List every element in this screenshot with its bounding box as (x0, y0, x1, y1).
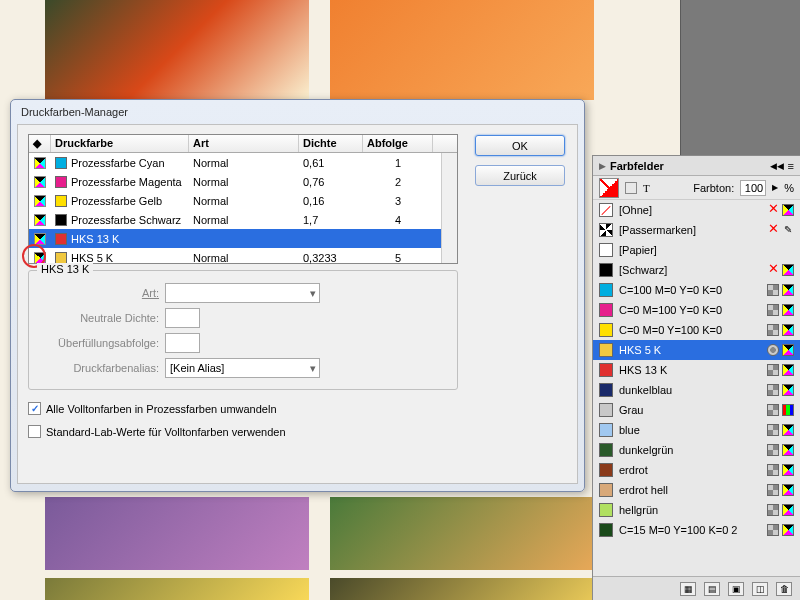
swatch-row[interactable]: erdrot hell (593, 480, 800, 500)
ink-density: 1,7 (299, 212, 363, 228)
swatch-name: erdrot (619, 464, 761, 476)
ink-order: 2 (363, 174, 433, 190)
cmyk-icon (782, 264, 794, 276)
swatch-name: [Papier] (619, 244, 788, 256)
swatch-color (599, 523, 613, 537)
ink-type-icon (34, 252, 46, 264)
swatch-row[interactable]: C=15 M=0 Y=100 K=0 2 (593, 520, 800, 540)
show-grid-icon[interactable]: ▤ (704, 582, 720, 596)
swatch-row[interactable]: [Ohne]✕ (593, 200, 800, 220)
lab-values-checkbox-row[interactable]: Standard-Lab-Werte für Volltonfarben ver… (28, 425, 286, 438)
swatch-row[interactable]: hellgrün (593, 500, 800, 520)
ink-detail-group: HKS 13 K Art: Neutrale Dichte: Überfüllu… (28, 270, 458, 390)
col-ink[interactable]: Druckfarbe (51, 135, 189, 152)
table-row[interactable]: HKS 13 K (29, 229, 457, 248)
type-combo[interactable] (165, 283, 320, 303)
delete-swatch-icon[interactable]: 🗑 (776, 582, 792, 596)
swatch-icons (767, 424, 794, 436)
bg-image (45, 578, 309, 600)
ink-density: 0,76 (299, 174, 363, 190)
panel-toolbar: T Farbton: ▶ % (593, 176, 800, 200)
swatch-color (599, 483, 613, 497)
swatch-name: C=0 M=0 Y=100 K=0 (619, 324, 761, 336)
panel-collapse-icon[interactable]: ◀◀ (770, 161, 784, 171)
col-order[interactable]: Abfolge (363, 135, 433, 152)
global-icon (767, 384, 779, 396)
cancel-button[interactable]: Zurück (475, 165, 565, 186)
lock-icon: ✎ (782, 224, 794, 236)
ink-type-icon (34, 176, 46, 188)
swatch-row[interactable]: dunkelgrün (593, 440, 800, 460)
ink-density: 0,61 (299, 155, 363, 171)
swatch-name: hellgrün (619, 504, 761, 516)
ink-type: Normal (189, 193, 299, 209)
cmyk-icon (782, 484, 794, 496)
ink-name: Prozessfarbe Schwarz (71, 214, 181, 226)
swatch-row[interactable]: HKS 5 K (593, 340, 800, 360)
swatch-icons: ✕ (767, 204, 794, 216)
col-density[interactable]: Dichte (299, 135, 363, 152)
swatch-icons (767, 344, 794, 356)
swatch-icons (767, 524, 794, 536)
swatch-row[interactable]: C=0 M=100 Y=0 K=0 (593, 300, 800, 320)
panel-menu-icon[interactable]: ≡ (788, 160, 794, 172)
collapse-icon[interactable]: ▶ (599, 161, 606, 171)
tone-arrow-icon[interactable]: ▶ (772, 183, 778, 192)
swatch-row[interactable]: [Passermarken]✕✎ (593, 220, 800, 240)
ink-type: Normal (189, 174, 299, 190)
ok-button[interactable]: OK (475, 135, 565, 156)
top-gray-panel (680, 0, 800, 155)
ink-order: 5 (363, 250, 433, 266)
alias-combo[interactable]: [Kein Alias] (165, 358, 320, 378)
fill-stroke-swatch[interactable] (599, 178, 619, 198)
swatch-icons: ✕ (767, 264, 794, 276)
global-icon (767, 284, 779, 296)
table-row[interactable]: Prozessfarbe CyanNormal0,611 (29, 153, 457, 172)
swatch-list: [Ohne]✕[Passermarken]✕✎[Papier][Schwarz]… (593, 200, 800, 540)
ink-name: Prozessfarbe Magenta (71, 176, 182, 188)
tone-input[interactable] (740, 180, 766, 196)
cmyk-icon (782, 504, 794, 516)
col-type[interactable]: Art (189, 135, 299, 152)
swatch-name: [Ohne] (619, 204, 761, 216)
density-input[interactable] (165, 308, 200, 328)
table-row[interactable]: Prozessfarbe GelbNormal0,163 (29, 191, 457, 210)
show-list-icon[interactable]: ▦ (680, 582, 696, 596)
table-row[interactable]: Prozessfarbe SchwarzNormal1,74 (29, 210, 457, 229)
col-icon[interactable]: ◆ (29, 135, 51, 152)
swatch-color (599, 383, 613, 397)
swatch-row[interactable]: [Schwarz]✕ (593, 260, 800, 280)
swatch-icons (767, 304, 794, 316)
swatch-icons (767, 504, 794, 516)
bg-image (45, 0, 309, 100)
swatch-row[interactable]: dunkelblau (593, 380, 800, 400)
swatch-row[interactable]: Grau (593, 400, 800, 420)
swatch-row[interactable]: C=100 M=0 Y=0 K=0 (593, 280, 800, 300)
lab-values-label: Standard-Lab-Werte für Volltonfarben ver… (46, 426, 286, 438)
rgb-icon (782, 404, 794, 416)
order-label: Überfüllungsabfolge: (29, 337, 159, 349)
cmyk-icon (782, 364, 794, 376)
object-icon[interactable] (625, 182, 637, 194)
swatch-row[interactable]: C=0 M=0 Y=100 K=0 (593, 320, 800, 340)
table-row[interactable]: Prozessfarbe MagentaNormal0,762 (29, 172, 457, 191)
table-scrollbar[interactable] (441, 153, 457, 263)
global-icon (767, 364, 779, 376)
panel-tab[interactable]: ▶ Farbfelder ◀◀ ≡ (593, 156, 800, 176)
new-swatch-icon[interactable]: ▣ (728, 582, 744, 596)
swatch-name: HKS 5 K (619, 344, 761, 356)
text-icon[interactable]: T (643, 182, 650, 194)
swatch-row[interactable]: [Papier] (593, 240, 800, 260)
swatch-icons (767, 444, 794, 456)
noedit-icon: ✕ (767, 204, 779, 216)
convert-spot-checkbox-row[interactable]: Alle Volltonfarben in Prozessfarben umwa… (28, 402, 277, 415)
ink-order: 1 (363, 155, 433, 171)
swatch-color (599, 323, 613, 337)
new-swatch2-icon[interactable]: ◫ (752, 582, 768, 596)
swatch-row[interactable]: HKS 13 K (593, 360, 800, 380)
ink-table: ◆ Druckfarbe Art Dichte Abfolge Prozessf… (28, 134, 458, 264)
swatch-row[interactable]: blue (593, 420, 800, 440)
swatch-row[interactable]: erdrot (593, 460, 800, 480)
order-input[interactable] (165, 333, 200, 353)
ink-name: HKS 13 K (71, 233, 119, 245)
